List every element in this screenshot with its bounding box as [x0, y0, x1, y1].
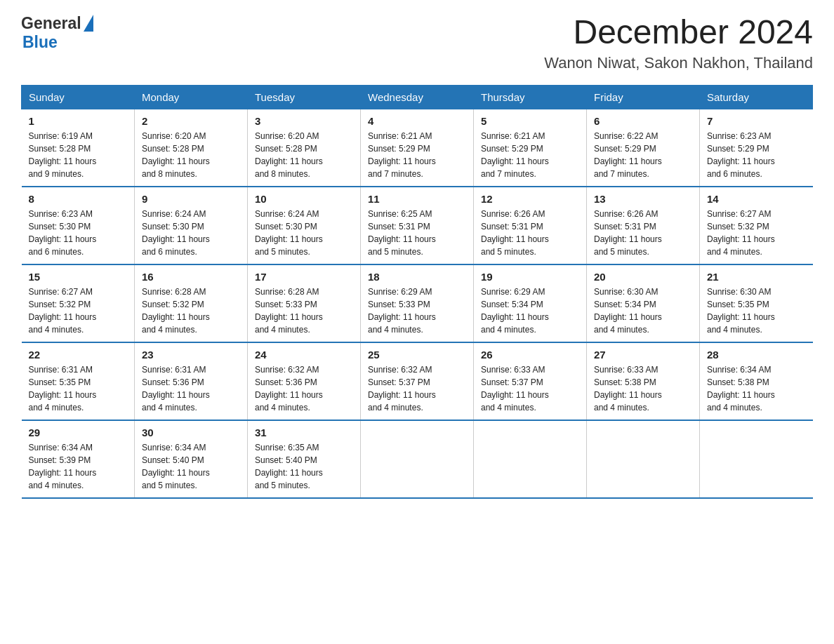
calendar-day-cell: 21Sunrise: 6:30 AM Sunset: 5:35 PM Dayli…: [700, 264, 813, 342]
day-info: Sunrise: 6:34 AM Sunset: 5:38 PM Dayligh…: [707, 363, 806, 414]
calendar-table: SundayMondayTuesdayWednesdayThursdayFrid…: [21, 85, 813, 499]
day-number: 28: [707, 349, 806, 361]
calendar-day-cell: 4Sunrise: 6:21 AM Sunset: 5:29 PM Daylig…: [361, 109, 474, 187]
day-info: Sunrise: 6:21 AM Sunset: 5:29 PM Dayligh…: [481, 130, 579, 180]
day-info: Sunrise: 6:20 AM Sunset: 5:28 PM Dayligh…: [255, 130, 353, 180]
day-info: Sunrise: 6:22 AM Sunset: 5:29 PM Dayligh…: [594, 130, 692, 180]
day-number: 19: [481, 271, 579, 283]
calendar-day-cell: 10Sunrise: 6:24 AM Sunset: 5:30 PM Dayli…: [248, 187, 361, 264]
logo-general-text: General: [21, 14, 81, 33]
day-number: 18: [368, 271, 466, 283]
day-number: 27: [594, 349, 692, 361]
day-number: 1: [29, 115, 128, 127]
day-of-week-header: Wednesday: [361, 85, 474, 109]
day-number: 7: [707, 115, 806, 127]
day-info: Sunrise: 6:28 AM Sunset: 5:33 PM Dayligh…: [255, 286, 353, 336]
day-number: 13: [594, 193, 692, 205]
calendar-day-cell: 14Sunrise: 6:27 AM Sunset: 5:32 PM Dayli…: [700, 187, 813, 264]
calendar-day-cell: 7Sunrise: 6:23 AM Sunset: 5:29 PM Daylig…: [700, 109, 813, 187]
day-of-week-header: Friday: [587, 85, 700, 109]
day-number: 10: [255, 193, 353, 205]
calendar-day-cell: 6Sunrise: 6:22 AM Sunset: 5:29 PM Daylig…: [587, 109, 700, 187]
day-info: Sunrise: 6:26 AM Sunset: 5:31 PM Dayligh…: [594, 208, 692, 258]
day-number: 6: [594, 115, 692, 127]
day-info: Sunrise: 6:24 AM Sunset: 5:30 PM Dayligh…: [142, 208, 240, 258]
day-number: 5: [481, 115, 579, 127]
day-info: Sunrise: 6:29 AM Sunset: 5:33 PM Dayligh…: [368, 286, 466, 336]
calendar-day-cell: 25Sunrise: 6:32 AM Sunset: 5:37 PM Dayli…: [361, 342, 474, 420]
calendar-day-cell: 29Sunrise: 6:34 AM Sunset: 5:39 PM Dayli…: [22, 420, 135, 498]
day-of-week-header: Tuesday: [248, 85, 361, 109]
day-number: 23: [142, 349, 240, 361]
calendar-week-row: 22Sunrise: 6:31 AM Sunset: 5:35 PM Dayli…: [22, 342, 813, 420]
day-number: 26: [481, 349, 579, 361]
day-number: 29: [29, 427, 128, 438]
day-number: 9: [142, 193, 240, 205]
day-of-week-header: Saturday: [700, 85, 813, 109]
day-info: Sunrise: 6:32 AM Sunset: 5:37 PM Dayligh…: [368, 363, 466, 414]
calendar-day-cell: 1Sunrise: 6:19 AM Sunset: 5:28 PM Daylig…: [22, 109, 135, 187]
day-info: Sunrise: 6:35 AM Sunset: 5:40 PM Dayligh…: [255, 441, 353, 492]
day-of-week-header: Sunday: [22, 85, 135, 109]
logo: General Blue: [21, 14, 93, 52]
day-info: Sunrise: 6:30 AM Sunset: 5:35 PM Dayligh…: [707, 286, 806, 336]
calendar-location: Wanon Niwat, Sakon Nakhon, Thailand: [544, 54, 813, 72]
calendar-header-row: SundayMondayTuesdayWednesdayThursdayFrid…: [22, 85, 813, 109]
day-number: 24: [255, 349, 353, 361]
calendar-week-row: 29Sunrise: 6:34 AM Sunset: 5:39 PM Dayli…: [22, 420, 813, 498]
calendar-day-cell: 13Sunrise: 6:26 AM Sunset: 5:31 PM Dayli…: [587, 187, 700, 264]
day-number: 20: [594, 271, 692, 283]
calendar-day-cell: 22Sunrise: 6:31 AM Sunset: 5:35 PM Dayli…: [22, 342, 135, 420]
calendar-day-cell: 9Sunrise: 6:24 AM Sunset: 5:30 PM Daylig…: [135, 187, 248, 264]
day-info: Sunrise: 6:27 AM Sunset: 5:32 PM Dayligh…: [707, 208, 806, 258]
day-info: Sunrise: 6:28 AM Sunset: 5:32 PM Dayligh…: [142, 286, 240, 336]
day-number: 25: [368, 349, 466, 361]
day-info: Sunrise: 6:24 AM Sunset: 5:30 PM Dayligh…: [255, 208, 353, 258]
calendar-week-row: 1Sunrise: 6:19 AM Sunset: 5:28 PM Daylig…: [22, 109, 813, 187]
day-number: 11: [368, 193, 466, 205]
calendar-day-cell: 20Sunrise: 6:30 AM Sunset: 5:34 PM Dayli…: [587, 264, 700, 342]
day-info: Sunrise: 6:31 AM Sunset: 5:35 PM Dayligh…: [29, 363, 128, 414]
calendar-day-cell: 30Sunrise: 6:34 AM Sunset: 5:40 PM Dayli…: [135, 420, 248, 498]
calendar-day-cell: 5Sunrise: 6:21 AM Sunset: 5:29 PM Daylig…: [474, 109, 587, 187]
calendar-day-cell: 28Sunrise: 6:34 AM Sunset: 5:38 PM Dayli…: [700, 342, 813, 420]
day-number: 21: [707, 271, 806, 283]
calendar-day-cell: 15Sunrise: 6:27 AM Sunset: 5:32 PM Dayli…: [22, 264, 135, 342]
day-number: 16: [142, 271, 240, 283]
calendar-title-block: December 2024 Wanon Niwat, Sakon Nakhon,…: [544, 14, 813, 72]
day-info: Sunrise: 6:33 AM Sunset: 5:38 PM Dayligh…: [594, 363, 692, 414]
day-info: Sunrise: 6:27 AM Sunset: 5:32 PM Dayligh…: [29, 286, 128, 336]
day-number: 2: [142, 115, 240, 127]
calendar-day-cell: 2Sunrise: 6:20 AM Sunset: 5:28 PM Daylig…: [135, 109, 248, 187]
day-number: 31: [255, 427, 353, 438]
logo-triangle-icon: [84, 15, 93, 32]
day-number: 30: [142, 427, 240, 438]
logo-blue-text: Blue: [22, 33, 58, 51]
calendar-day-cell: 23Sunrise: 6:31 AM Sunset: 5:36 PM Dayli…: [135, 342, 248, 420]
calendar-day-cell: 3Sunrise: 6:20 AM Sunset: 5:28 PM Daylig…: [248, 109, 361, 187]
day-info: Sunrise: 6:21 AM Sunset: 5:29 PM Dayligh…: [368, 130, 466, 180]
day-info: Sunrise: 6:30 AM Sunset: 5:34 PM Dayligh…: [594, 286, 692, 336]
calendar-day-cell: 16Sunrise: 6:28 AM Sunset: 5:32 PM Dayli…: [135, 264, 248, 342]
calendar-day-cell: 11Sunrise: 6:25 AM Sunset: 5:31 PM Dayli…: [361, 187, 474, 264]
calendar-day-cell: [700, 420, 813, 498]
calendar-day-cell: 18Sunrise: 6:29 AM Sunset: 5:33 PM Dayli…: [361, 264, 474, 342]
day-number: 8: [29, 193, 128, 205]
day-info: Sunrise: 6:29 AM Sunset: 5:34 PM Dayligh…: [481, 286, 579, 336]
day-number: 17: [255, 271, 353, 283]
day-number: 4: [368, 115, 466, 127]
day-info: Sunrise: 6:23 AM Sunset: 5:29 PM Dayligh…: [707, 130, 806, 180]
day-info: Sunrise: 6:19 AM Sunset: 5:28 PM Dayligh…: [29, 130, 128, 180]
day-info: Sunrise: 6:20 AM Sunset: 5:28 PM Dayligh…: [142, 130, 240, 180]
calendar-week-row: 15Sunrise: 6:27 AM Sunset: 5:32 PM Dayli…: [22, 264, 813, 342]
calendar-day-cell: 19Sunrise: 6:29 AM Sunset: 5:34 PM Dayli…: [474, 264, 587, 342]
calendar-day-cell: 8Sunrise: 6:23 AM Sunset: 5:30 PM Daylig…: [22, 187, 135, 264]
calendar-day-cell: 27Sunrise: 6:33 AM Sunset: 5:38 PM Dayli…: [587, 342, 700, 420]
calendar-day-cell: [361, 420, 474, 498]
day-info: Sunrise: 6:34 AM Sunset: 5:40 PM Dayligh…: [142, 441, 240, 492]
day-info: Sunrise: 6:33 AM Sunset: 5:37 PM Dayligh…: [481, 363, 579, 414]
day-number: 15: [29, 271, 128, 283]
day-info: Sunrise: 6:32 AM Sunset: 5:36 PM Dayligh…: [255, 363, 353, 414]
day-number: 14: [707, 193, 806, 205]
calendar-month-year: December 2024: [544, 14, 813, 51]
